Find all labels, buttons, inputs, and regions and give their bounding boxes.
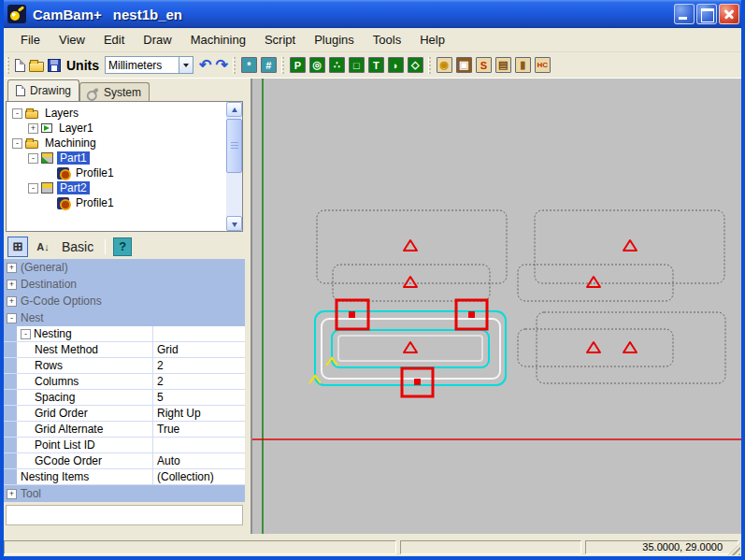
maximize-button[interactable] [696,4,717,24]
snap-to-point-button[interactable]: * [239,56,259,74]
property-value-cell[interactable]: Right Up [153,406,245,421]
property-row-spacing[interactable]: Spacing5 [4,390,245,406]
category-expand-toggle[interactable]: + [7,489,17,499]
scroll-thumb[interactable] [226,119,242,173]
property-value-cell[interactable]: 2 [153,374,245,389]
mach-gcode-button[interactable]: HC [533,56,552,74]
file-toolbar: UnitsMillimeters↶↷ [4,53,230,78]
tree-item-layers[interactable]: -Layers [8,106,225,121]
tree-item-part1[interactable]: -Part1 [8,151,225,165]
close-button[interactable] [719,4,739,24]
property-row-nesting-items[interactable]: Nesting Items(Collection) [4,469,245,485]
mach-pocket-button[interactable]: ▣ [454,56,474,74]
tree-item-layer1[interactable]: +Layer1 [8,121,225,136]
save-button[interactable] [46,58,63,73]
draw-points-button[interactable]: ∴ [327,56,347,74]
property-row-rows[interactable]: Rows2 [4,358,245,374]
property-value-cell[interactable]: 5 [153,390,245,405]
tab-drawing[interactable]: Drawing [7,79,79,101]
toolbar-grip-handle[interactable] [233,57,236,74]
mach-drill-button[interactable]: ◉ [435,56,454,74]
property-category-general[interactable]: +(General) [4,259,245,276]
property-value: 2 [157,375,164,388]
property-value-cell[interactable]: Auto [153,453,245,468]
menu-file[interactable]: File [11,30,50,50]
units-combobox[interactable]: Millimeters [105,56,193,74]
mach-gcode-icon: HC [535,57,551,73]
tree-expand-toggle[interactable]: + [28,123,38,134]
toolbar-grip-handle[interactable] [428,57,431,74]
minimize-button[interactable] [674,4,695,24]
tree-item-label: Part1 [57,151,90,165]
category-expand-toggle[interactable]: + [7,296,17,307]
tree-item-profile1[interactable]: Profile1 [8,195,225,210]
scroll-down-button[interactable] [226,216,242,231]
profile-icon [57,197,69,209]
undo-button[interactable]: ↶ [197,57,213,74]
new-file-button[interactable] [13,58,27,73]
menu-machining[interactable]: Machining [181,30,255,50]
mach-engrave-button[interactable]: S [474,56,494,74]
menu-draw[interactable]: Draw [134,30,180,50]
tree-expand-toggle[interactable]: - [28,183,38,194]
snap-to-grid-button[interactable]: # [259,56,279,74]
property-row-gcode-order[interactable]: GCode OrderAuto [4,453,245,469]
property-value-cell[interactable]: 2 [153,358,245,373]
property-row-point-list-id[interactable]: Point List ID [4,438,245,453]
menu-plugins[interactable]: Plugins [305,30,364,50]
property-value-cell[interactable]: True [153,422,245,437]
category-expand-toggle[interactable]: + [7,263,17,273]
draw-circle-button[interactable]: ◎ [308,56,327,74]
help-button[interactable]: ? [113,237,132,256]
category-expand-toggle[interactable]: + [7,280,17,290]
tree-item-profile1[interactable]: Profile1 [8,165,225,180]
open-file-icon [29,62,44,72]
draw-polyline-button[interactable]: P [288,56,308,74]
toolbar-grip-handle[interactable] [281,57,284,74]
tree-expand-toggle[interactable]: - [12,138,22,149]
property-category-destination[interactable]: +Destination [4,276,245,293]
tree-expand-toggle[interactable]: - [12,108,22,119]
property-value-cell[interactable]: Grid [153,342,245,357]
menu-edit[interactable]: Edit [94,30,134,50]
redo-button[interactable]: ↷ [213,57,229,74]
categorized-view-button[interactable]: ⊞ [7,237,28,257]
tree-item-part2[interactable]: -Part2 [8,180,225,195]
profile-icon [57,167,69,179]
tree-item-machining[interactable]: -Machining [8,136,225,151]
property-row-nesting[interactable]: -Nesting [4,326,245,342]
units-dropdown-button[interactable] [179,56,193,74]
drawing-canvas[interactable] [251,79,741,534]
alphabetical-sort-button[interactable]: A↓ [33,237,53,257]
menu-tools[interactable]: Tools [364,30,410,50]
property-category-tool[interactable]: +Tool [4,485,245,502]
mach-profile-button[interactable]: ▮ [513,56,533,74]
draw-surface-button[interactable]: ◇ [406,56,425,74]
property-value-cell[interactable]: (Collection) [153,469,245,484]
mach-lathe-button[interactable]: ▤ [494,56,513,74]
tab-system[interactable]: System [79,82,150,101]
property-value-cell[interactable] [153,326,245,341]
draw-arc-button[interactable]: ◗ [386,56,406,74]
menu-script[interactable]: Script [255,30,305,50]
property-row-grid-alternate[interactable]: Grid AlternateTrue [4,422,245,438]
property-row-grid-order[interactable]: Grid OrderRight Up [4,406,245,422]
open-file-button[interactable] [27,58,46,73]
menu-view[interactable]: View [50,30,94,50]
window-title: CamBam+ nest1b_en [33,7,182,22]
tree-expand-toggle[interactable]: - [28,153,38,164]
property-value-cell[interactable] [153,438,245,452]
scroll-up-button[interactable] [226,102,242,117]
property-value: True [157,423,179,436]
property-row-nest-method[interactable]: Nest MethodGrid [4,342,245,358]
property-category-nest[interactable]: -Nest [4,309,245,326]
draw-rectangle-button[interactable]: □ [347,56,366,74]
property-row-columns[interactable]: Columns2 [4,374,245,390]
menu-help[interactable]: Help [410,30,454,50]
category-expand-toggle[interactable]: - [7,313,17,323]
group-expand-toggle[interactable]: - [21,329,31,339]
draw-text-button[interactable]: T [366,56,386,74]
tree-scrollbar[interactable] [226,102,242,231]
property-category-gcodeoptions[interactable]: +G-Code Options [4,293,245,309]
toolbar-grip-handle[interactable] [7,57,9,74]
